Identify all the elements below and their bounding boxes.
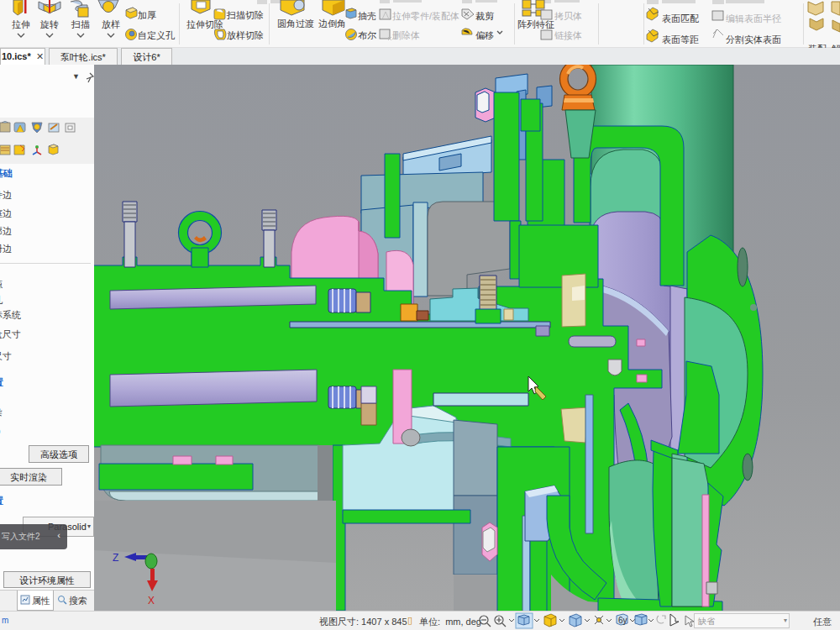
svg-text:Z: Z [113, 552, 118, 564]
svg-text:6y: 6y [618, 616, 627, 625]
svg-text:X: X [148, 595, 155, 606]
